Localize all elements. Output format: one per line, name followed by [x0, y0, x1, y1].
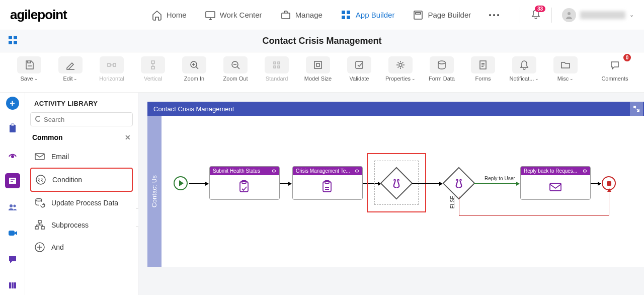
svg-point-29: [13, 205, 16, 207]
close-icon[interactable]: ✕: [125, 133, 131, 141]
rail-teams[interactable]: [5, 199, 20, 214]
validate-button[interactable]: Validate: [342, 56, 376, 82]
model-size-button[interactable]: Model Size: [301, 56, 335, 82]
misc-button[interactable]: Misc⌄: [548, 56, 583, 82]
svg-rect-27: [9, 178, 16, 184]
lib-item-email[interactable]: Email: [30, 145, 133, 168]
gear-icon: [395, 59, 406, 70]
teams-icon: [8, 202, 18, 212]
notifications-button[interactable]: 33: [530, 9, 541, 22]
task-title: Reply back to Reques...: [524, 168, 577, 174]
nav-label: Work Center: [220, 11, 262, 19]
svg-rect-38: [38, 220, 41, 223]
connector[interactable]: [189, 183, 208, 184]
lib-item-and[interactable]: And: [30, 236, 133, 258]
save-button[interactable]: Save⌄: [12, 56, 46, 82]
svg-rect-19: [314, 61, 321, 68]
svg-rect-0: [206, 12, 215, 18]
svg-rect-39: [35, 227, 38, 229]
start-node[interactable]: [174, 176, 188, 190]
left-rail: +: [0, 93, 25, 295]
rail-columns[interactable]: [5, 278, 20, 293]
gear-icon[interactable]: ⚙: [583, 168, 587, 174]
rail-form[interactable]: [5, 173, 20, 188]
chevron-down-icon: ⌄: [535, 76, 539, 81]
edit-button[interactable]: Edit⌄: [53, 56, 88, 82]
condition-icon: ⟅⟆: [393, 178, 400, 189]
rail-video[interactable]: [5, 226, 20, 241]
search-input[interactable]: [44, 116, 128, 123]
standard-icon: [271, 59, 282, 70]
gear-icon[interactable]: ⚙: [272, 168, 276, 174]
task-reply-back[interactable]: Reply back to Reques...⚙: [520, 166, 591, 200]
clipboard-icon: [8, 123, 18, 133]
connector-else-v[interactable]: [459, 196, 459, 215]
horizontal-button[interactable]: Horizontal: [95, 56, 129, 82]
nav-manage[interactable]: Manage: [280, 10, 323, 21]
zoom-in-icon: [189, 59, 200, 70]
comments-button[interactable]: 0 Comments: [598, 56, 632, 82]
library-search[interactable]: [30, 112, 133, 126]
notifications-tool-button[interactable]: Notificat...⌄: [507, 56, 541, 82]
connector-else-up[interactable]: [609, 191, 609, 215]
nav-page-builder[interactable]: Page Builder: [413, 10, 471, 21]
properties-button[interactable]: Properties⌄: [383, 56, 418, 82]
canvas-body[interactable]: Contact Us Submit Health Status⚙ Crisis …: [147, 116, 644, 267]
apps-grid-button[interactable]: [8, 35, 18, 47]
rail-clipboard[interactable]: [5, 121, 20, 136]
notification-badge: 33: [535, 6, 545, 12]
task-title: Crisis Management Te...: [296, 168, 350, 174]
connector[interactable]: [591, 183, 601, 184]
standard-button[interactable]: Standard: [260, 56, 294, 82]
workspace: + ACTIVITY LIBRARY Common ✕ Email Condit…: [0, 93, 644, 295]
lib-item-update-process[interactable]: Update Process Data: [30, 192, 133, 214]
connector-else-h[interactable]: [459, 215, 609, 216]
svg-point-36: [36, 175, 45, 184]
connector[interactable]: [280, 183, 291, 184]
grid-icon: [8, 35, 18, 45]
task-submit-health[interactable]: Submit Health Status⚙: [209, 166, 280, 200]
zoom-out-button[interactable]: Zoom Out: [218, 56, 253, 82]
canvas-title: Contact Crisis Management: [153, 105, 234, 113]
svg-rect-15: [151, 61, 154, 63]
nav-more[interactable]: [489, 14, 499, 16]
expand-icon: [633, 105, 640, 112]
nav-app-builder[interactable]: App Builder ⌃: [341, 10, 395, 21]
nav-home[interactable]: Home: [151, 10, 187, 21]
lib-item-subprocess[interactable]: Subprocess: [30, 214, 133, 236]
vertical-button[interactable]: Vertical: [136, 56, 170, 82]
gear-icon[interactable]: ⚙: [355, 168, 359, 174]
svg-rect-40: [41, 227, 44, 229]
task-title: Submit Health Status: [213, 168, 260, 174]
logo: agilepoint: [10, 7, 131, 23]
svg-rect-10: [14, 36, 17, 39]
nav-work-center[interactable]: Work Center: [205, 10, 262, 21]
else-label: ELSE: [450, 196, 455, 209]
rail-gauge[interactable]: [5, 147, 20, 162]
save-icon: [24, 59, 35, 70]
condition-node-2[interactable]: ⟅⟆: [447, 172, 470, 195]
vertical-icon: [147, 59, 158, 70]
rail-chat[interactable]: [5, 252, 20, 267]
user-menu[interactable]: ⌄: [562, 8, 634, 22]
svg-rect-12: [14, 41, 17, 44]
columns-icon: [8, 280, 18, 290]
expand-button[interactable]: [630, 102, 643, 116]
connector[interactable]: [412, 183, 442, 184]
task-crisis-mgmt[interactable]: Crisis Management Te...⚙: [292, 166, 363, 200]
rail-add[interactable]: +: [6, 97, 19, 110]
zoom-in-button[interactable]: Zoom In: [177, 56, 211, 82]
library-group-header[interactable]: Common ✕: [30, 131, 133, 145]
briefcase-icon: [280, 10, 291, 21]
vertical-tab[interactable]: Contact Us: [147, 116, 162, 267]
svg-rect-5: [347, 16, 350, 19]
connector-reply[interactable]: [474, 183, 519, 184]
pencil-icon: [65, 59, 76, 70]
forms-button[interactable]: Forms: [466, 56, 500, 82]
lib-item-condition[interactable]: Condition: [30, 168, 133, 192]
end-node[interactable]: [602, 176, 616, 190]
form-data-button[interactable]: Form Data: [425, 56, 459, 82]
group-label: Common: [32, 133, 63, 141]
condition-node-1[interactable]: ⟅⟆: [385, 172, 408, 195]
flow-area[interactable]: Submit Health Status⚙ Crisis Management …: [162, 116, 644, 267]
